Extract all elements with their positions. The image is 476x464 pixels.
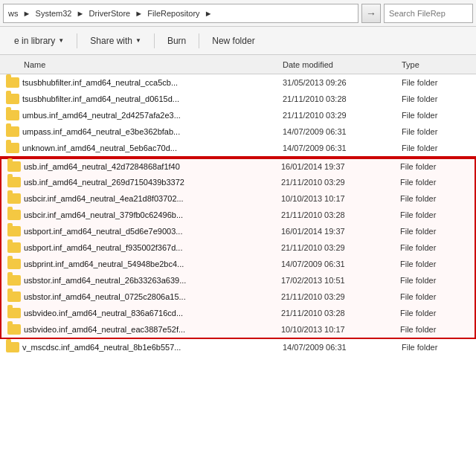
table-row[interactable]: umbus.inf_amd64_neutral_2d4257afa2e3...2… bbox=[0, 107, 476, 123]
address-bar: ws ► System32 ► DriverStore ► FileReposi… bbox=[0, 0, 476, 27]
file-date: 21/11/2010 03:29 bbox=[281, 178, 400, 187]
file-date: 16/01/2014 19:37 bbox=[281, 227, 400, 236]
file-name: tsusbhubfilter.inf_amd64_neutral_cca5cb.… bbox=[22, 78, 283, 87]
folder-icon bbox=[6, 77, 19, 88]
file-name: usbvideo.inf_amd64_neutral_836a6716cd... bbox=[24, 309, 281, 318]
folder-icon bbox=[7, 308, 21, 318]
new-folder-button[interactable]: New folder bbox=[204, 30, 263, 51]
col-header-name[interactable]: Name bbox=[6, 60, 283, 69]
file-type: File folder bbox=[402, 127, 476, 136]
file-name: usbcir.inf_amd64_neutral_379fb0c62496b..… bbox=[24, 210, 281, 219]
file-type: File folder bbox=[400, 276, 475, 285]
separator-1 bbox=[77, 33, 77, 48]
file-type: File folder bbox=[400, 309, 475, 318]
col-header-date[interactable]: Date modified bbox=[283, 60, 402, 69]
file-name: usbvideo.inf_amd64_neutral_eac3887e52f..… bbox=[24, 325, 281, 334]
file-name: usbstor.inf_amd64_neutral_26b33263a639..… bbox=[24, 276, 281, 285]
path-text: ws ► System32 ► DriverStore ► FileReposi… bbox=[8, 9, 213, 18]
file-list: tsusbhubfilter.inf_amd64_neutral_cca5cb.… bbox=[0, 74, 476, 464]
share-label: Share with bbox=[90, 36, 132, 46]
burn-label: Burn bbox=[167, 36, 186, 46]
file-type: File folder bbox=[400, 325, 475, 334]
file-date: 21/11/2010 03:29 bbox=[281, 292, 400, 301]
library-label: e in library bbox=[14, 36, 55, 46]
library-arrow-icon: ▼ bbox=[58, 37, 64, 44]
file-name: usb.inf_amd64_neutral_269d7150439b3372 bbox=[24, 178, 281, 187]
file-name: usbcir.inf_amd64_neutral_4ea21d8f03702..… bbox=[24, 194, 281, 203]
toolbar: e in library ▼ Share with ▼ Burn New fol… bbox=[0, 27, 476, 55]
folder-icon bbox=[6, 143, 19, 153]
file-date: 21/11/2010 03:29 bbox=[283, 111, 402, 120]
col-header-type[interactable]: Type bbox=[402, 60, 476, 69]
table-row[interactable]: usbstor.inf_amd64_neutral_0725c2806a15..… bbox=[1, 289, 475, 305]
table-row[interactable]: usbstor.inf_amd64_neutral_26b33263a639..… bbox=[1, 272, 475, 289]
file-date: 14/07/2009 06:31 bbox=[283, 127, 402, 136]
library-button[interactable]: e in library ▼ bbox=[6, 30, 72, 51]
folder-icon bbox=[7, 177, 21, 187]
folder-icon bbox=[6, 342, 19, 352]
table-row[interactable]: v_mscdsc.inf_amd64_neutral_8b1e6b557...1… bbox=[0, 339, 476, 355]
file-name: tsusbhubfilter.inf_amd64_neutral_d0615d.… bbox=[22, 94, 283, 103]
burn-button[interactable]: Burn bbox=[159, 30, 194, 51]
separator-2 bbox=[154, 33, 155, 48]
file-date: 10/10/2013 10:17 bbox=[281, 325, 400, 334]
table-row[interactable]: tsusbhubfilter.inf_amd64_neutral_cca5cb.… bbox=[0, 74, 476, 91]
refresh-icon: → bbox=[366, 7, 376, 19]
new-folder-label: New folder bbox=[212, 36, 254, 46]
file-date: 21/11/2010 03:28 bbox=[281, 309, 400, 318]
table-row[interactable]: usbcir.inf_amd64_neutral_4ea21d8f03702..… bbox=[1, 190, 475, 207]
file-date: 14/07/2009 06:31 bbox=[283, 343, 402, 352]
file-type: File folder bbox=[402, 144, 476, 152]
file-type: File folder bbox=[402, 343, 476, 352]
file-type: File folder bbox=[400, 210, 475, 219]
folder-icon bbox=[6, 110, 19, 120]
folder-icon bbox=[7, 275, 21, 286]
folder-icon bbox=[6, 126, 19, 137]
table-row[interactable]: usbvideo.inf_amd64_neutral_836a6716cd...… bbox=[1, 305, 475, 321]
table-row[interactable]: usb.inf_amd64_neutral_269d7150439b337221… bbox=[1, 174, 475, 190]
file-date: 16/01/2014 19:37 bbox=[281, 162, 400, 171]
file-type: File folder bbox=[400, 178, 475, 187]
address-path[interactable]: ws ► System32 ► DriverStore ► FileReposi… bbox=[3, 4, 358, 23]
file-name: usbport.inf_amd64_neutral_d5d6e7e9003... bbox=[24, 227, 281, 236]
folder-icon bbox=[7, 259, 21, 269]
file-date: 17/02/2013 10:51 bbox=[281, 276, 400, 285]
refresh-button[interactable]: → bbox=[361, 4, 381, 23]
file-name: usbport.inf_amd64_neutral_f935002f367d..… bbox=[24, 243, 281, 252]
table-row[interactable]: usbprint.inf_amd64_neutral_54948be2bc4..… bbox=[1, 256, 475, 272]
file-type: File folder bbox=[402, 78, 476, 87]
file-name: unknown.inf_amd64_neutral_5eb6ac70d... bbox=[22, 144, 283, 152]
file-name: usbstor.inf_amd64_neutral_0725c2806a15..… bbox=[24, 292, 281, 301]
share-button[interactable]: Share with ▼ bbox=[82, 30, 149, 51]
column-headers: Name Date modified Type bbox=[0, 55, 476, 74]
folder-icon bbox=[7, 210, 21, 220]
table-row[interactable]: usbcir.inf_amd64_neutral_379fb0c62496b..… bbox=[1, 207, 475, 223]
folder-icon bbox=[7, 324, 21, 335]
folder-icon bbox=[7, 161, 21, 172]
file-type: File folder bbox=[402, 111, 476, 120]
folder-icon bbox=[6, 94, 19, 104]
table-row[interactable]: unknown.inf_amd64_neutral_5eb6ac70d...14… bbox=[0, 140, 476, 156]
folder-icon bbox=[7, 193, 21, 204]
folder-icon bbox=[7, 226, 21, 236]
table-row[interactable]: usbport.inf_amd64_neutral_d5d6e7e9003...… bbox=[1, 223, 475, 239]
table-row[interactable]: usb.inf_amd64_neutral_42d7284868af1f4016… bbox=[1, 158, 475, 174]
file-type: File folder bbox=[400, 260, 475, 268]
table-row[interactable]: usbvideo.inf_amd64_neutral_eac3887e52f..… bbox=[1, 321, 475, 338]
folder-icon bbox=[7, 291, 21, 302]
file-type: File folder bbox=[400, 162, 475, 171]
file-type: File folder bbox=[402, 94, 476, 103]
file-date: 14/07/2009 06:31 bbox=[281, 260, 400, 268]
file-name: umpass.inf_amd64_neutral_e3be362bfab... bbox=[22, 127, 283, 136]
file-type: File folder bbox=[400, 194, 475, 203]
file-name: usb.inf_amd64_neutral_42d7284868af1f40 bbox=[24, 162, 281, 171]
search-input[interactable] bbox=[384, 4, 473, 23]
file-name: usbprint.inf_amd64_neutral_54948be2bc4..… bbox=[24, 260, 281, 268]
file-name: v_mscdsc.inf_amd64_neutral_8b1e6b557... bbox=[22, 343, 283, 352]
file-date: 21/11/2010 03:28 bbox=[281, 210, 400, 219]
share-arrow-icon: ▼ bbox=[135, 37, 141, 44]
table-row[interactable]: tsusbhubfilter.inf_amd64_neutral_d0615d.… bbox=[0, 91, 476, 107]
table-row[interactable]: usbport.inf_amd64_neutral_f935002f367d..… bbox=[1, 239, 475, 256]
table-row[interactable]: umpass.inf_amd64_neutral_e3be362bfab...1… bbox=[0, 123, 476, 140]
file-date: 21/11/2010 03:28 bbox=[283, 94, 402, 103]
